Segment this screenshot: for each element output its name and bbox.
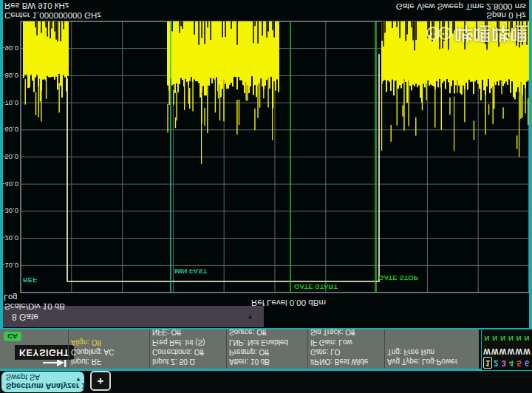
signal-burst [381,21,529,157]
teal-divider [0,328,532,329]
status-column-0: Input: RFCoupling: ACAlign: Off [71,337,114,366]
trace-type-1: W [483,344,491,355]
y-axis-label: -40.0 [2,180,18,188]
gate-label-gate-stop: GATE STOP [378,274,419,282]
y-axis-label: -30.0 [2,207,18,215]
screen-border-left [0,0,3,328]
tab-title: Spectrum Analyzer 1 [6,382,80,391]
spectrum-plot: -10.0-20.0-30.0-40.0-50.0-60.0-70.0-80.0… [0,0,532,328]
trace-type-row: WWWWWW [483,344,531,355]
ref-level-annotation: Ref Level 0.00 dBm [251,298,326,307]
teal-divider [0,369,532,371]
gate-outline-line [67,54,379,281]
status-item: Coupling: AC [71,347,114,357]
keysight-logo: KEYSIGHT [15,345,74,360]
trace-detector-1: N [483,331,491,343]
status-column-separator [384,329,385,369]
res-bw-annotation: Res BW 910 kHz [4,1,69,10]
cal-status-badge: CA [4,332,21,341]
scale-per-div-annotation: Scale/Div 10 dB [4,302,65,311]
trace-number-row: 123456 [483,357,531,369]
window-title-label: 8 Gate [12,312,38,322]
y-axis-label: -10.0 [2,262,18,270]
tab-subtitle: Swept SA [6,373,80,382]
status-item: LNP: Not Enabled [229,337,288,346]
tab-caret-icon[interactable]: ▼ [75,376,81,383]
screen-border-right [529,0,532,328]
trace-detector-5: N [515,331,522,343]
status-item: Input Z: 50 Ω [152,357,205,366]
status-item: Preamp: Off [229,347,288,357]
add-tab-button[interactable]: + [90,371,111,391]
ref-marker-label: REF [23,276,37,284]
trace-number-5[interactable]: 5 [516,357,523,369]
status-column-separator [149,329,150,369]
status-item: IF Gain: Low [310,337,368,346]
status-item: Trig: Free Run [387,347,457,357]
status-item: Input: RF [71,357,114,366]
y-axis-label: -20.0 [2,234,18,242]
center-freq-annotation: Center 1.000000000 GHz [4,11,101,20]
trace-type-2: W [491,344,499,355]
trace-detector-row: NNNNNN [483,331,531,343]
y-axis-label: -80.0 [2,72,18,80]
window-title-caret-icon[interactable]: ▼ [247,313,253,321]
tab-spectrum-analyzer[interactable]: Spectrum Analyzer 1 Swept SA ▼ [1,372,84,392]
gate-label-min-fast: MIN FAST [174,267,208,276]
trace-detector-3: N [499,331,507,343]
status-column-1: Input Z: 50 ΩCorrections: OffFreq Ref: I… [152,327,205,366]
status-item: Freq Ref: Int (S) [152,337,205,346]
status-item: Avg Type: Log-Power [387,357,457,366]
status-item: Gate: LO [310,347,368,357]
status-column-separator [307,329,308,369]
status-column-3: #PNO: Best WideGate: LOIF Gain: LowSig T… [310,327,368,366]
y-axis-label: -50.0 [2,153,18,161]
status-column-4: Avg Type: Log-PowerTrig: Free Run [387,347,457,366]
trace-number-1[interactable]: 1 [483,357,492,369]
measurement-display: 8 Gate ▼ Scale/Div 10 dB Ref Level 0.00 … [0,0,532,328]
trace-number-2[interactable]: 2 [492,357,499,369]
status-column-separator [226,329,227,369]
status-item: Corrections: Off [152,347,205,357]
trace-type-4: W [507,344,514,355]
signal-burst [167,21,279,164]
tab-bar: Spectrum Analyzer 1 Swept SA ▼ + [0,371,532,393]
sweep-time-annotation: Gate View Sweep Time 2.8000 ms [396,2,526,11]
trace-number-3[interactable]: 3 [500,357,508,369]
analyzer-screen-flipped: Spectrum Analyzer 1 Swept SA ▼ + KEYSIGH… [0,0,532,393]
status-item: Align: Off [71,337,114,346]
status-column-2: Atten: 10 dBPreamp: OffLNP: Not EnabledS… [229,327,288,366]
y-axis-label: -60.0 [2,126,18,134]
trace-detector-2: N [491,331,499,343]
status-column-separator [68,329,69,369]
span-annotation: Span 0 Hz [486,11,526,20]
screenshot-stage: Spectrum Analyzer 1 Swept SA ▼ + KEYSIGH… [0,0,532,393]
status-item: #PNO: Best Wide [310,357,368,366]
trace-number-4[interactable]: 4 [508,357,515,369]
trace-type-6: W [523,344,531,355]
y-axis-label: -70.0 [2,99,18,107]
trace-legend-panel: 123456 WWWWWW NNNNNN [481,329,532,370]
trace-type-5: W [515,344,522,355]
trace-detector-4: N [507,331,514,343]
y-axis-label: -90.0 [2,44,18,52]
signal-burst [23,21,69,121]
log-scale-annotation: Log [4,293,17,302]
gate-label-gate-start: GATE START [294,283,338,291]
trace-number-6[interactable]: 6 [523,357,531,369]
trace-detector-6: N [523,331,531,343]
trace-type-3: W [499,344,507,355]
status-item: Atten: 10 dB [229,357,288,366]
status-bar: KEYSIGHT CA Input: RFCoupling: ACAlign: … [0,329,532,369]
